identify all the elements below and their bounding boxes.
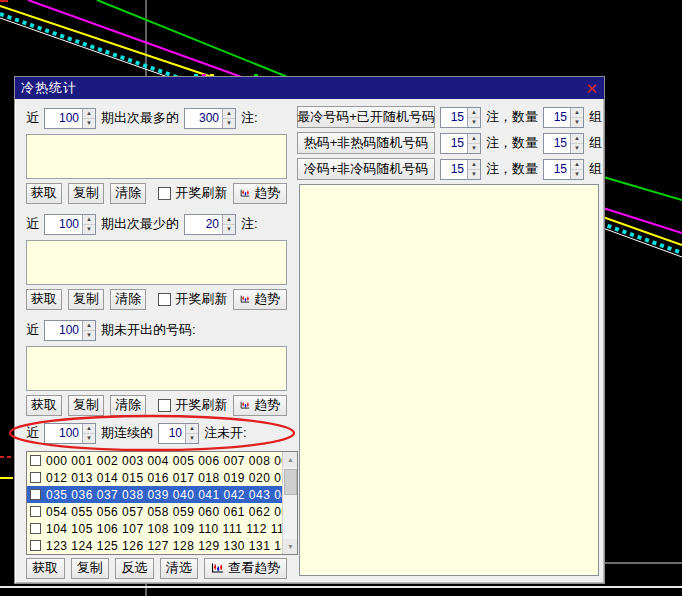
titlebar[interactable]: 冷热统计 ✕ xyxy=(15,77,604,99)
draw-refresh-checkbox[interactable] xyxy=(158,399,171,412)
period-input[interactable] xyxy=(45,321,82,340)
trend-button[interactable]: 趋势 xyxy=(233,183,287,204)
list-scrollbar[interactable]: ▲ ▼ xyxy=(282,452,297,554)
clear-button[interactable]: 清除 xyxy=(110,395,146,416)
clear-button[interactable]: 清除 xyxy=(110,289,146,310)
bets-input[interactable] xyxy=(441,108,467,127)
bets-input[interactable] xyxy=(441,160,467,179)
spinner-down-icon[interactable]: ▼ xyxy=(83,225,95,234)
trend-button[interactable]: 趋势 xyxy=(233,395,287,416)
count-input[interactable] xyxy=(185,215,222,234)
row-checkbox[interactable] xyxy=(30,489,41,500)
scroll-up-icon[interactable]: ▲ xyxy=(283,452,298,467)
scrollbar-thumb[interactable] xyxy=(284,469,297,495)
copy-button[interactable]: 复制 xyxy=(68,183,104,204)
get-button[interactable]: 获取 xyxy=(26,558,65,579)
period-input[interactable] xyxy=(45,109,82,128)
period-input[interactable] xyxy=(45,424,82,443)
groups-input[interactable] xyxy=(544,108,570,127)
row-checkbox[interactable] xyxy=(30,472,41,483)
hot-plus-nonhot-random-button[interactable]: 热码+非热码随机号码 xyxy=(297,132,435,154)
row-checkbox[interactable] xyxy=(30,523,41,534)
spinner-up-icon[interactable]: ▲ xyxy=(468,160,480,170)
most-drawn-result-field[interactable] xyxy=(26,134,287,179)
groups-input[interactable] xyxy=(544,160,570,179)
hot-random-row: 热码+非热码随机号码 ▲▼ 注，数量 ▲▼ 组 xyxy=(297,132,602,154)
period-input[interactable] xyxy=(45,215,82,234)
get-button[interactable]: 获取 xyxy=(26,289,62,310)
spinner-up-icon[interactable]: ▲ xyxy=(571,108,583,118)
get-button[interactable]: 获取 xyxy=(26,395,62,416)
list-item[interactable]: 054 055 056 057 058 059 060 061 062 063 xyxy=(27,503,282,520)
draw-refresh-checkbox[interactable] xyxy=(158,293,171,306)
count-spinner: ▲▼ xyxy=(184,108,236,129)
spinner-up-icon[interactable]: ▲ xyxy=(468,108,480,118)
most-drawn-button-row: 获取 复制 清除 开奖刷新 趋势 xyxy=(26,182,287,204)
spinner-down-icon[interactable]: ▼ xyxy=(186,434,198,443)
groups-spinner: ▲▼ xyxy=(543,107,584,128)
spinner-up-icon[interactable]: ▲ xyxy=(223,215,235,225)
spinner-down-icon[interactable]: ▼ xyxy=(571,170,583,179)
count-input[interactable] xyxy=(185,109,222,128)
spinner-down-icon[interactable]: ▼ xyxy=(223,119,235,128)
spinner-up-icon[interactable]: ▲ xyxy=(83,215,95,225)
bets-input[interactable] xyxy=(441,134,467,153)
spinner-down-icon[interactable]: ▼ xyxy=(83,331,95,340)
groups-label: 组 xyxy=(589,160,602,178)
spinner-up-icon[interactable]: ▲ xyxy=(571,160,583,170)
trend-button[interactable]: 趋势 xyxy=(233,289,287,310)
copy-button[interactable]: 复制 xyxy=(68,395,104,416)
spinner-up-icon[interactable]: ▲ xyxy=(186,424,198,434)
list-item[interactable]: 104 105 106 107 108 109 110 111 112 113 xyxy=(27,520,282,537)
spinner-down-icon[interactable]: ▼ xyxy=(223,225,235,234)
row-checkbox[interactable] xyxy=(30,506,41,517)
list-item[interactable]: 000 001 002 003 004 005 006 007 008 009 xyxy=(27,452,282,469)
clear-selection-button[interactable]: 清选 xyxy=(160,558,199,579)
least-drawn-result-field[interactable] xyxy=(26,240,287,285)
draw-refresh-label: 开奖刷新 xyxy=(175,184,227,202)
list-item-selected[interactable]: 035 036 037 038 039 040 041 042 043 044 xyxy=(27,486,282,503)
random-numbers-result-field[interactable] xyxy=(299,184,599,576)
spinner-down-icon[interactable]: ▼ xyxy=(83,434,95,443)
copy-button[interactable]: 复制 xyxy=(71,558,110,579)
scroll-down-icon[interactable]: ▼ xyxy=(283,539,298,554)
row-checkbox[interactable] xyxy=(30,455,41,466)
number-listbox[interactable]: 000 001 002 003 004 005 006 007 008 009 … xyxy=(26,451,298,555)
spinner-up-icon[interactable]: ▲ xyxy=(83,321,95,331)
screen: 冷热统计 ✕ 近 ▲▼ 期出次最多的 ▲▼ 注: 获取 xyxy=(0,0,682,596)
count-input[interactable] xyxy=(159,424,185,443)
window-title: 冷热统计 xyxy=(21,79,585,97)
spinner-up-icon[interactable]: ▲ xyxy=(83,424,95,434)
coldest-plus-drawn-random-button[interactable]: 最冷号码+已开随机号码 xyxy=(297,106,435,128)
spinner-down-icon[interactable]: ▼ xyxy=(468,144,480,153)
spinner-down-icon[interactable]: ▼ xyxy=(571,118,583,127)
row-checkbox[interactable] xyxy=(30,540,41,551)
list-item-numbers: 000 001 002 003 004 005 006 007 008 009 xyxy=(46,454,282,468)
get-button[interactable]: 获取 xyxy=(26,183,62,204)
least-drawn-button-row: 获取 复制 清除 开奖刷新 趋势 xyxy=(26,288,287,310)
spinner-down-icon[interactable]: ▼ xyxy=(468,170,480,179)
list-item[interactable]: 012 013 014 015 016 017 018 019 020 021 xyxy=(27,469,282,486)
not-drawn-result-field[interactable] xyxy=(26,346,287,391)
close-icon[interactable]: ✕ xyxy=(585,81,598,96)
most-drawn-label: 期出次最多的 xyxy=(101,109,179,127)
list-item-numbers: 104 105 106 107 108 109 110 111 112 113 xyxy=(46,522,282,536)
cold-random-row: 冷码+非冷码随机号码 ▲▼ 注，数量 ▲▼ 组 xyxy=(297,158,602,180)
copy-button[interactable]: 复制 xyxy=(68,289,104,310)
clear-button[interactable]: 清除 xyxy=(110,183,146,204)
spinner-up-icon[interactable]: ▲ xyxy=(83,109,95,119)
list-button-row: 获取 复制 反选 清选 查看趋势 xyxy=(26,557,287,579)
draw-refresh-checkbox[interactable] xyxy=(158,187,171,200)
spinner-down-icon[interactable]: ▼ xyxy=(571,144,583,153)
cold-plus-noncold-random-button[interactable]: 冷码+非冷码随机号码 xyxy=(297,158,435,180)
spinner-up-icon[interactable]: ▲ xyxy=(223,109,235,119)
view-trend-button[interactable]: 查看趋势 xyxy=(204,558,287,579)
count-spinner: ▲▼ xyxy=(184,214,236,235)
list-item[interactable]: 123 124 125 126 127 128 129 130 131 132 xyxy=(27,537,282,554)
invert-selection-button[interactable]: 反选 xyxy=(115,558,154,579)
spinner-up-icon[interactable]: ▲ xyxy=(468,134,480,144)
spinner-down-icon[interactable]: ▼ xyxy=(468,118,480,127)
groups-input[interactable] xyxy=(544,134,570,153)
spinner-up-icon[interactable]: ▲ xyxy=(571,134,583,144)
spinner-down-icon[interactable]: ▼ xyxy=(83,119,95,128)
